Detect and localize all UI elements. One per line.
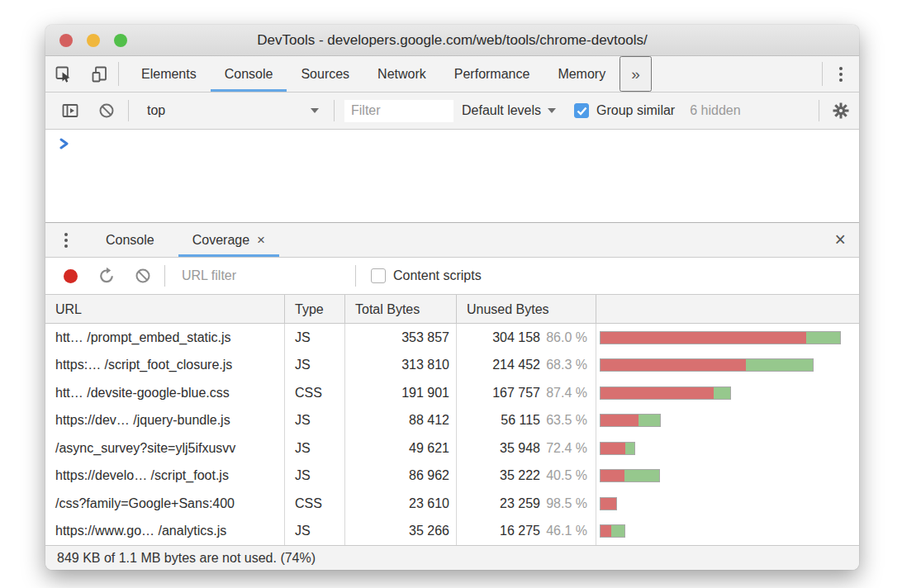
used-bar-segment (611, 525, 624, 537)
table-row[interactable]: htt… /prompt_embed_static.js JS 353 857 … (45, 324, 859, 352)
more-tabs-button[interactable]: » (620, 56, 652, 92)
clear-coverage-button[interactable] (125, 267, 161, 285)
cell-unused-bytes: 35 948 72.4 % (457, 434, 596, 462)
cell-unused-bytes: 167 757 87.4 % (457, 379, 596, 407)
cell-url: https:… /script_foot_closure.js (45, 352, 285, 380)
cell-url: https://develo… /script_foot.js (45, 462, 285, 491)
table-row[interactable]: https://www.go… /analytics.js JS 35 266 … (45, 518, 859, 546)
unused-bytes-value: 304 158 (492, 330, 540, 345)
cell-url: /css?family=Google+Sans:400 (45, 490, 285, 518)
cell-unused-bytes: 304 158 86.0 % (457, 324, 596, 352)
context-select-value: top (147, 103, 165, 118)
column-header-type[interactable]: Type (285, 295, 345, 324)
content-scripts-label: Content scripts (393, 268, 482, 283)
group-similar-label: Group similar (596, 103, 675, 118)
main-menu-button[interactable] (823, 56, 859, 92)
block-icon (134, 267, 152, 285)
column-header-url[interactable]: URL (45, 295, 285, 324)
unused-percent-value: 86.0 % (540, 330, 587, 345)
cell-unused-bytes: 56 115 63.5 % (457, 407, 596, 435)
zoom-window-button[interactable] (114, 34, 127, 47)
table-row[interactable]: https:… /script_foot_closure.js JS 313 8… (45, 352, 859, 380)
used-bar-segment (624, 470, 659, 481)
coverage-toolbar: Content scripts (45, 258, 859, 295)
cell-type: JS (285, 324, 345, 352)
drawer-tab-console[interactable]: Console (92, 223, 169, 257)
used-bar-segment (625, 443, 634, 454)
log-levels-value: Default levels (462, 103, 541, 118)
minimize-window-button[interactable] (87, 34, 100, 47)
log-levels-select[interactable]: Default levels (462, 103, 556, 118)
table-row[interactable]: https://dev… /jquery-bundle.js JS 88 412… (45, 407, 859, 435)
column-header-unused-bytes[interactable]: Unused Bytes (457, 295, 596, 324)
unused-bytes-value: 23 259 (500, 496, 540, 511)
coverage-summary-bar: 849 KB of 1.1 MB bytes are not used. (74… (45, 545, 859, 570)
gear-icon (831, 101, 851, 121)
usage-bar (601, 415, 660, 426)
column-header-usage-visualization[interactable] (596, 295, 859, 324)
unused-bar-segment (601, 443, 625, 454)
tab-elements[interactable]: Elements (127, 56, 211, 92)
column-header-total-bytes[interactable]: Total Bytes (345, 295, 457, 324)
console-output[interactable] (45, 130, 859, 223)
reload-coverage-button[interactable] (88, 267, 125, 285)
drawer-menu-button[interactable] (45, 223, 87, 257)
unused-percent-value: 46.1 % (540, 524, 587, 538)
unused-bar-segment (601, 498, 616, 510)
table-row[interactable]: /css?family=Google+Sans:400 CSS 23 610 2… (45, 490, 859, 518)
tab-console[interactable]: Console (211, 56, 287, 92)
cell-total-bytes: 353 857 (345, 324, 457, 352)
inspect-element-button[interactable] (45, 56, 82, 92)
record-coverage-button[interactable] (52, 269, 88, 283)
table-row[interactable]: https://develo… /script_foot.js JS 86 96… (45, 462, 859, 491)
devtools-window: DevTools - developers.google.com/web/too… (45, 25, 859, 570)
url-filter-input[interactable] (177, 265, 325, 287)
tab-network[interactable]: Network (363, 56, 440, 92)
console-filter-input[interactable] (344, 100, 453, 122)
cell-type: JS (285, 462, 345, 491)
cell-url: https://www.go… /analytics.js (45, 518, 285, 546)
cell-usage-bar (596, 518, 859, 546)
close-tab-icon[interactable]: × (257, 232, 265, 249)
console-settings-button[interactable] (823, 101, 859, 121)
device-toolbar-button[interactable] (82, 56, 118, 92)
usage-bar (601, 525, 624, 537)
close-window-button[interactable] (59, 34, 73, 47)
console-prompt-icon (59, 138, 859, 149)
usage-bar (601, 470, 659, 481)
cell-usage-bar (596, 407, 859, 435)
vertical-dots-icon (838, 65, 843, 83)
unused-percent-value: 40.5 % (540, 468, 587, 483)
toolbar-separator (128, 100, 129, 121)
usage-bar (601, 387, 730, 399)
table-row[interactable]: /async_survey?site=ylj5ifxusvv JS 49 621… (45, 434, 859, 462)
cell-url: https://dev… /jquery-bundle.js (45, 407, 285, 435)
close-drawer-button[interactable]: × (822, 223, 859, 257)
clear-console-button[interactable] (88, 102, 125, 120)
drawer-tab-coverage[interactable]: Coverage × (178, 223, 279, 257)
tab-performance[interactable]: Performance (440, 56, 544, 92)
toolbar-separator (164, 265, 165, 287)
content-scripts-checkbox[interactable] (371, 268, 386, 283)
usage-bar (601, 498, 616, 510)
group-similar-checkbox[interactable] (574, 103, 589, 118)
console-toolbar: top Default levels Group similar 6 hidde… (45, 92, 859, 130)
drawer-tab-label: Coverage (192, 233, 249, 248)
unused-bytes-value: 167 757 (492, 386, 540, 401)
tab-memory[interactable]: Memory (544, 56, 620, 92)
show-console-sidebar-button[interactable] (52, 102, 88, 120)
javascript-context-select[interactable]: top (132, 103, 330, 118)
main-tabbar: ElementsConsoleSourcesNetworkPerformance… (45, 56, 859, 92)
unused-bytes-value: 35 222 (500, 468, 540, 483)
tab-sources[interactable]: Sources (287, 56, 363, 92)
chevron-down-icon (548, 108, 556, 113)
cell-unused-bytes: 35 222 40.5 % (457, 462, 596, 491)
table-row[interactable]: htt… /devsite-google-blue.css CSS 191 90… (45, 379, 859, 407)
record-icon (64, 269, 78, 283)
toolbar-separator (355, 265, 356, 287)
block-icon (97, 102, 116, 120)
cell-type: CSS (285, 379, 345, 407)
tab-label: Memory (558, 67, 605, 82)
toolbar-separator (118, 62, 119, 86)
toolbar-separator (819, 100, 819, 121)
